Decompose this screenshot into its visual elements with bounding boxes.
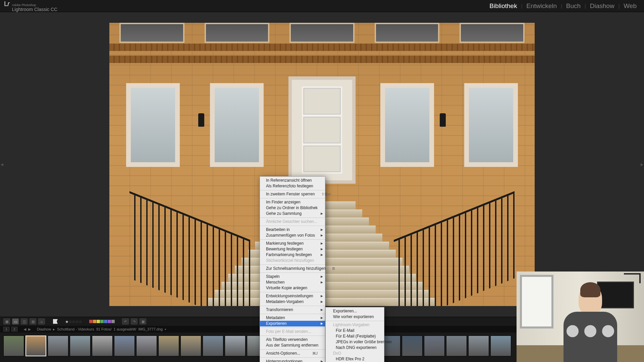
right-panel-handle[interactable]: ▶ [640,12,644,317]
bc-mode[interactable]: Diashow [37,327,51,331]
submenu-item[interactable]: JPEGs in voller Größe brennen [326,339,384,345]
survey-view-icon[interactable]: ▤ [30,318,36,324]
flag-icon[interactable] [53,319,58,324]
logo-block: Lr Adobe Photoshop Lightroom Classic CC [4,0,57,12]
export-submenu: Exportieren...Wie vorher exportierenLigh… [325,307,384,362]
thumbnail[interactable] [158,336,179,356]
ctx-item: Foto per E-Mail senden... [260,329,325,335]
ctx-item[interactable]: Bearbeiten in [260,227,325,233]
context-menu: In Referenzansicht öffnenAls Referenzfot… [260,176,325,362]
ctx-item[interactable]: Exportieren [260,321,325,326]
rating-stars[interactable]: ★☆☆☆☆ [65,318,82,324]
grid-overlay-icon[interactable]: ▦ [140,318,146,324]
module-entwickeln[interactable]: Entwickeln [523,2,560,10]
submenu-section: DxO [326,351,384,356]
bc-path[interactable]: Schottland - Videokurs [57,327,94,331]
ctx-item[interactable]: Metadaten-Vorgaben [260,299,325,305]
bc-next-icon[interactable]: ▶ [28,327,31,331]
thumbnail[interactable] [446,336,467,356]
loupe-view-icon[interactable]: ▭ [12,318,19,324]
people-view-icon[interactable]: ☺ [38,318,45,324]
lr-logo-icon: Lr [4,0,9,8]
thumbnail[interactable] [490,336,511,356]
ctx-item[interactable]: Zur Schnellsammlung hinzufügenB [260,266,325,272]
ctx-item: Stichwortkürzel hinzufügen [260,258,325,263]
brand-main: Lightroom Classic CC [12,7,57,12]
bc-prev-icon[interactable]: ◀ [23,327,26,331]
ctx-item[interactable]: Aus der Sammlung entfernen [260,343,325,348]
ctx-item[interactable]: Stapeln [260,274,325,280]
thumbnail[interactable] [25,336,46,356]
module-buch[interactable]: Buch [563,2,584,10]
ctx-item[interactable]: Hintergrundoptionen [260,359,325,362]
ctx-item[interactable]: Als Titelfoto verwenden [260,337,325,343]
ctx-item[interactable]: Menschen [260,280,325,285]
app-header: Lr Adobe Photoshop Lightroom Classic CC … [0,0,644,12]
ctx-item[interactable]: Transformieren [260,307,325,313]
thumbnail[interactable] [92,336,113,356]
ctx-item[interactable]: Entwicklungseinstellungen [260,293,325,299]
bc-count: 91 Fotos/ [96,327,112,331]
thumbnail[interactable] [136,336,157,356]
module-picker: Bibliothek| Entwickeln| Buch| Diashow| W… [486,2,640,10]
thumbnail[interactable] [48,336,68,356]
thumbnail[interactable] [203,336,223,356]
ctx-item[interactable]: Farbmarkierung festlegen [260,252,325,258]
module-bibliothek[interactable]: Bibliothek [486,2,520,10]
ctx-item[interactable]: Ansicht-Optionen...⌘J [260,351,325,356]
ctx-item[interactable]: Markierung festlegen [260,241,325,246]
submenu-item[interactable]: Nach DNG exportieren [326,345,384,351]
module-diashow[interactable]: Diashow [587,2,618,10]
ctx-item[interactable]: Virtuelle Kopie anlegen [260,285,325,291]
ctx-item[interactable]: Bewertung festlegen [260,246,325,252]
rotate-ccw-icon[interactable]: ↶ [122,318,129,324]
ctx-item[interactable]: Zusammenfügen von Fotos [260,233,325,238]
ctx-item[interactable]: Als Referenzfoto festlegen [260,183,325,189]
compare-view-icon[interactable]: ◫ [21,318,28,324]
brand-small: Adobe Photoshop [12,4,57,7]
second-window-2-icon[interactable]: 2 [11,327,17,331]
submenu-item[interactable]: Für E-Mail (Festplatte) [326,334,384,339]
webcam-overlay [517,272,644,362]
thumbnail[interactable] [70,336,91,356]
rotate-cw-icon[interactable]: ↷ [131,318,138,324]
bc-dirty: • [165,327,166,331]
ctx-item: Ähnliche Gesichter suchen... [260,219,325,225]
thumbnail[interactable] [402,336,423,356]
submenu-item[interactable]: Für E-Mail [326,328,384,334]
ctx-item[interactable]: Gehe zu Sammlung [260,211,325,217]
color-label-picker[interactable] [89,320,115,323]
submenu-item[interactable]: HDR Efex Pro 2 [326,356,384,362]
ctx-item[interactable]: Gehe zu Ordner in Bibliothek [260,205,325,211]
bc-selection: 1 ausgewählt/ [114,327,137,331]
left-panel-handle[interactable]: ◀ [0,12,4,317]
grid-view-icon[interactable]: ▦ [3,318,10,324]
thumbnail[interactable] [114,336,135,356]
ctx-item[interactable]: Metadaten [260,315,325,321]
ctx-item[interactable]: In Referenzansicht öffnen [260,178,325,183]
second-window-1-icon[interactable]: 1 [3,327,9,331]
thumbnail[interactable] [180,336,201,356]
thumbnail[interactable] [468,336,489,356]
submenu-section: Lightroom-Vorgaben [326,322,384,328]
ctx-item[interactable]: In zweitem Fenster sperren⇧⌘↵ [260,191,325,197]
ctx-item[interactable]: Im Finder anzeigen [260,199,325,205]
thumbnail[interactable] [225,336,246,356]
bc-filename: IMG_3777.dng [138,327,163,331]
thumbnail[interactable] [3,336,24,356]
submenu-item[interactable]: Wie vorher exportieren [326,314,384,320]
submenu-item[interactable]: Exportieren... [326,308,384,314]
thumbnail[interactable] [424,336,445,356]
module-web[interactable]: Web [620,2,640,10]
